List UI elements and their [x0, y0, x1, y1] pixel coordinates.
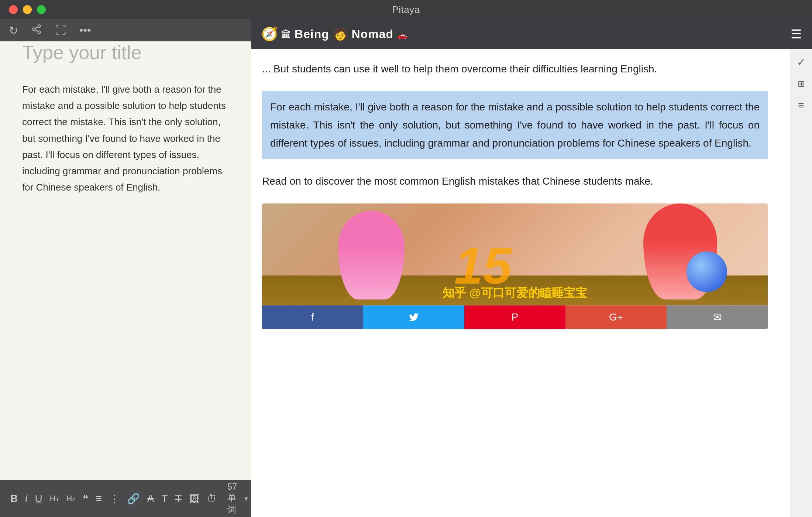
title-bar: Pitaya — [0, 0, 812, 19]
h1-icon[interactable]: H₁ — [50, 494, 59, 503]
close-button[interactable] — [9, 5, 18, 14]
strikethrough-icon[interactable]: A — [147, 493, 154, 504]
editor-body[interactable]: For each mistake, I'll give both a reaso… — [22, 81, 229, 195]
svg-line-3 — [35, 30, 38, 31]
hamburger-menu-icon[interactable]: ☰ — [791, 27, 802, 41]
web-intro-text: ... But students can use it well to help… — [262, 60, 768, 78]
image-icon[interactable]: 🖼 — [189, 493, 199, 505]
grid-icon[interactable]: ⊞ — [798, 79, 805, 89]
maximize-button[interactable] — [37, 5, 46, 14]
traffic-lights — [9, 5, 46, 14]
underline-icon[interactable]: U — [35, 493, 42, 504]
social-share-bar: f P G+ ✉ — [262, 305, 768, 329]
share-icon[interactable] — [31, 24, 42, 37]
text-color-icon[interactable]: T — [162, 493, 168, 504]
web-nav-bar: 🧭 🏛 Being 🧑 Nomad 🚗 ☰ — [251, 19, 812, 49]
check-icon[interactable]: ✓ — [797, 56, 805, 68]
window-title: Pitaya — [392, 4, 420, 16]
word-count[interactable]: 57 单词 — [227, 482, 237, 516]
svg-point-1 — [33, 28, 35, 30]
h2-icon[interactable]: H₂ — [66, 494, 76, 503]
more-icon[interactable]: ••• — [79, 24, 91, 37]
list-ul-icon[interactable]: ≡ — [96, 493, 102, 504]
web-logo: 🧭 🏛 Being 🧑 Nomad 🚗 — [261, 26, 407, 42]
refresh-icon[interactable]: ↻ — [9, 24, 18, 37]
link-icon[interactable]: 🔗 — [127, 493, 140, 505]
web-highlighted-text: For each mistake, I'll give both a reaso… — [262, 91, 768, 159]
web-article-image: 15 知乎 @可口可爱的瞌睡宝宝 f P G+ ✉ — [262, 203, 768, 329]
image-watermark: 知乎 @可口可爱的瞌睡宝宝 — [262, 285, 768, 301]
bold-icon[interactable]: B — [10, 493, 18, 504]
italic-icon[interactable]: i — [25, 493, 27, 504]
web-read-on-text: Read on to discover the most common Engl… — [262, 172, 768, 190]
svg-line-4 — [35, 27, 38, 28]
twitter-share-button[interactable] — [363, 305, 464, 329]
quote-icon[interactable]: ❝ — [83, 493, 88, 505]
minimize-button[interactable] — [23, 5, 32, 14]
web-panel: 🧭 🏛 Being 🧑 Nomad 🚗 ☰ ... But students c… — [251, 19, 812, 517]
right-sidebar: ✓ ⊞ ≡ — [790, 49, 812, 517]
facebook-share-button[interactable]: f — [262, 305, 363, 329]
clock-icon[interactable]: ⏱ — [207, 493, 217, 505]
expand-icon[interactable]: ⛶ — [55, 24, 66, 37]
remove-format-icon[interactable]: T̶ — [175, 493, 182, 505]
svg-point-0 — [38, 25, 41, 27]
format-bar: B i U H₁ H₂ ❝ ≡ ⋮ 🔗 A T T̶ 🖼 ⏱ 57 单词 ▾ — [0, 480, 251, 517]
pinterest-share-button[interactable]: P — [464, 305, 565, 329]
word-count-dropdown-icon[interactable]: ▾ — [244, 494, 248, 503]
lines-icon[interactable]: ≡ — [798, 99, 804, 111]
email-share-button[interactable]: ✉ — [667, 305, 768, 329]
list-ol-icon[interactable]: ⋮ — [109, 493, 120, 505]
googleplus-share-button[interactable]: G+ — [565, 305, 667, 329]
editor-title[interactable]: Type your title — [22, 41, 229, 64]
editor-panel[interactable]: Type your title For each mistake, I'll g… — [0, 19, 251, 480]
toolbar: ↻ ⛶ ••• — [0, 19, 251, 41]
svg-point-2 — [38, 31, 41, 33]
web-content: ... But students can use it well to help… — [251, 49, 790, 517]
logo-icon: 🧭 — [261, 26, 278, 42]
logo-text: 🏛 Being 🧑 Nomad 🚗 — [281, 27, 407, 41]
